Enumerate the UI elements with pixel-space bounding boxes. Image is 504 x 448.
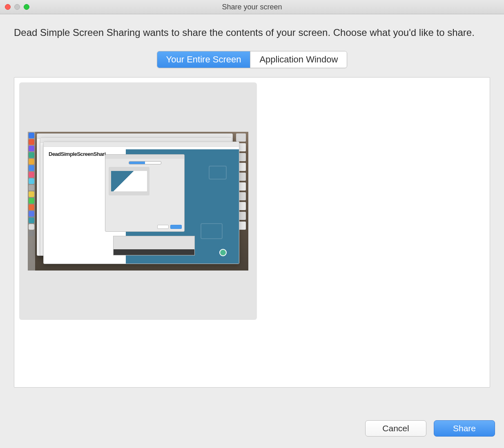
video-player-preview (113, 236, 195, 255)
window-controls (5, 4, 29, 10)
minimize-window-button[interactable] (14, 4, 20, 10)
preview-window-3: DeadSimpleScreenShari (43, 142, 239, 264)
screen-thumbnail[interactable]: DeadSimpleScreenShari (19, 82, 257, 320)
window-title: Share your screen (222, 3, 282, 11)
recursive-dialog-preview (105, 154, 185, 232)
tab-application-window[interactable]: Application Window (250, 51, 347, 68)
preview-area: DeadSimpleScreenShari (14, 77, 490, 388)
dock-preview (28, 132, 35, 271)
share-screen-dialog: Share your screen Dead Simple Screen Sha… (0, 0, 504, 448)
titlebar: Share your screen (0, 0, 504, 14)
share-mode-tabs: Your Entire Screen Application Window (14, 51, 490, 68)
maximize-window-button[interactable] (24, 4, 29, 10)
record-indicator-icon (219, 249, 227, 256)
preview-app-title: DeadSimpleScreenShari (49, 151, 106, 157)
cancel-button[interactable]: Cancel (365, 420, 426, 437)
dialog-footer: Cancel Share (0, 420, 504, 448)
dialog-description: Dead Simple Screen Sharing wants to shar… (14, 26, 490, 40)
tab-entire-screen[interactable]: Your Entire Screen (157, 51, 251, 68)
desktop-preview: DeadSimpleScreenShari (28, 132, 248, 271)
close-window-button[interactable] (5, 4, 11, 10)
dialog-content: Dead Simple Screen Sharing wants to shar… (0, 14, 504, 420)
share-button[interactable]: Share (434, 420, 495, 437)
